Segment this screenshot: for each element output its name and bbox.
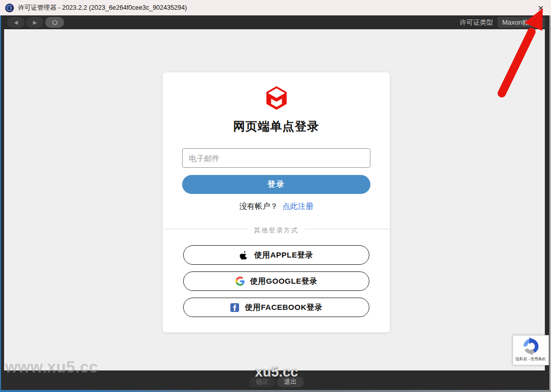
titlebar: 许可证管理器 - 2023.2.2 (2023_6e264f0cee3c_902… [0, 0, 551, 15]
email-field[interactable] [182, 148, 370, 168]
apple-login-button[interactable]: 使用APPLE登录 [183, 245, 369, 265]
back-arrow-icon: ◀ [14, 20, 18, 25]
cinema4d-app-icon [5, 4, 14, 12]
page-title: 网页端单点登录 [163, 119, 390, 134]
forward-arrow-icon: ▶ [33, 20, 37, 25]
facebook-login-button[interactable]: 使用FACEBOOK登录 [183, 298, 369, 317]
license-type-group: 许可证类型 Maxon账号 ▼ [460, 17, 545, 28]
apple-icon [240, 250, 249, 260]
google-icon [235, 277, 245, 286]
facebook-login-label: 使用FACEBOOK登录 [245, 303, 322, 312]
back-button[interactable]: ◀ [7, 17, 25, 28]
license-manager-window: 许可证管理器 - 2023.2.2 (2023_6e264f0cee3c_902… [0, 0, 551, 392]
close-icon[interactable]: × [535, 2, 547, 14]
window-border-bottom [0, 390, 551, 392]
forward-button[interactable]: ▶ [26, 17, 44, 28]
watermark-bottom-center: xu5.cc [255, 364, 298, 380]
license-type-dropdown[interactable]: Maxon账号 ▼ [498, 17, 545, 28]
watermark-bottom-left: www.xu5.cc [5, 358, 98, 377]
refresh-icon [52, 20, 57, 25]
refresh-button[interactable] [45, 17, 64, 28]
maxon-logo-icon [266, 86, 287, 110]
chevron-down-icon: ▼ [534, 17, 545, 28]
facebook-icon [230, 303, 239, 312]
recaptcha-privacy-terms[interactable]: 隐私权 - 使用条款 [516, 357, 546, 362]
apple-login-label: 使用APPLE登录 [254, 250, 313, 260]
window-border-left [0, 15, 1, 392]
google-login-button[interactable]: 使用GOOGLE登录 [183, 271, 369, 291]
login-card: 网页端单点登录 登录 没有帐户？ 点此注册 其他登录方式 使用APPLE登录 [163, 72, 390, 332]
recaptcha-badge[interactable]: 隐私权 - 使用条款 [513, 335, 549, 365]
window-title: 许可证管理器 - 2023.2.2 (2023_6e264f0cee3c_902… [18, 4, 187, 12]
license-type-label: 许可证类型 [460, 18, 493, 27]
register-row: 没有帐户？ 点此注册 [163, 202, 390, 211]
google-login-label: 使用GOOGLE登录 [250, 277, 318, 286]
no-account-text: 没有帐户？ [240, 202, 278, 211]
divider-label: 其他登录方式 [248, 227, 305, 234]
toolbar: ◀ ▶ 许可证类型 Maxon账号 ▼ [0, 15, 551, 29]
other-login-divider: 其他登录方式 [163, 225, 390, 232]
register-link[interactable]: 点此注册 [283, 202, 313, 211]
license-type-value: Maxon账号 [498, 17, 534, 28]
login-button[interactable]: 登录 [182, 175, 370, 194]
recaptcha-icon [521, 337, 541, 356]
